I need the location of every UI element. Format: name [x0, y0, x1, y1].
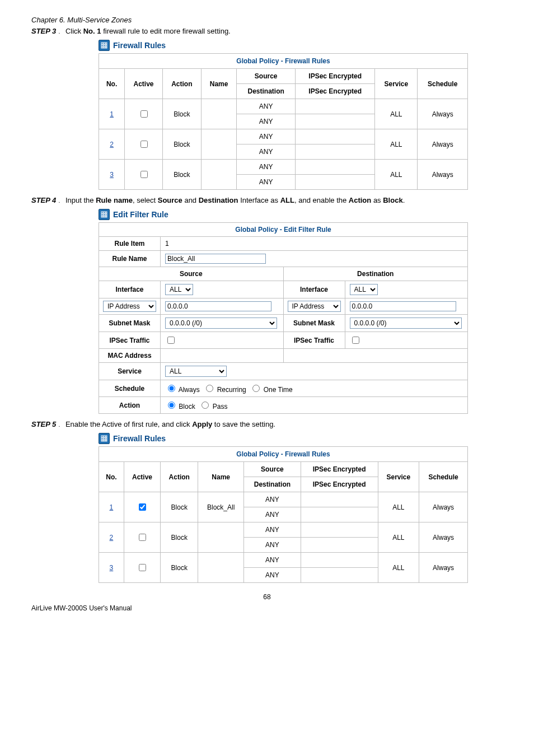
- rule-active[interactable]: [124, 492, 160, 522]
- rule-no[interactable]: 3: [99, 553, 124, 583]
- label-rule-item: Rule Item: [99, 237, 161, 251]
- svg-rect-10: [104, 212, 105, 213]
- cell-src-ip: [161, 298, 284, 315]
- col-no: No.: [99, 69, 125, 99]
- rule-source: ANY: [244, 522, 301, 538]
- rule-source: ANY: [237, 99, 296, 114]
- step3-line: STEP 3﹒ Click No. 1 firewall rule to edi…: [31, 26, 503, 36]
- rule-name: [198, 522, 244, 553]
- rule-no[interactable]: 1: [99, 492, 124, 522]
- rule-dest: ANY: [237, 144, 296, 160]
- edit-filter-rule-section: Edit Filter Rule Global Policy - Edit Fi…: [99, 209, 503, 414]
- rule-action: Block: [162, 129, 201, 160]
- step3-punct: ﹒: [56, 27, 63, 35]
- label-action: Action: [99, 397, 161, 414]
- schedule-onetime[interactable]: One Time: [250, 386, 292, 394]
- label-dst-mask: Subnet Mask: [283, 315, 345, 332]
- rule-no[interactable]: 2: [99, 129, 125, 160]
- rule-schedule: Always: [418, 160, 468, 190]
- step4-label: STEP 4: [31, 196, 56, 204]
- grid-icon: [99, 209, 110, 220]
- svg-rect-1: [104, 43, 105, 44]
- src-ipsec-checkbox[interactable]: [167, 337, 175, 344]
- rule-no[interactable]: 1: [99, 99, 125, 129]
- firewall-rules-table-1: Global Policy - Firewall Rules No. Activ…: [99, 53, 468, 190]
- col-ipsec-s: IPSec Encrypted: [301, 462, 378, 477]
- active-checkbox[interactable]: [139, 503, 146, 511]
- svg-rect-14: [106, 214, 107, 216]
- label-service: Service: [99, 363, 161, 380]
- svg-rect-23: [106, 438, 107, 440]
- rule-service: ALL: [378, 522, 419, 553]
- section-header-edit: Edit Filter Rule: [99, 209, 503, 220]
- service-select[interactable]: ALL: [165, 366, 227, 377]
- rule-name: [201, 99, 236, 129]
- active-checkbox[interactable]: [139, 534, 146, 541]
- svg-rect-12: [101, 214, 103, 216]
- rule-schedule: Always: [419, 522, 468, 553]
- cell-mac-r: [283, 349, 468, 363]
- action-pass[interactable]: Pass: [199, 403, 227, 410]
- dst-ip-input[interactable]: [350, 301, 456, 311]
- action-block[interactable]: Block: [165, 403, 195, 410]
- rule-active[interactable]: [125, 99, 163, 129]
- dst-ipsec-checkbox[interactable]: [352, 337, 359, 344]
- rule-name-input[interactable]: [165, 254, 266, 264]
- cell-action: Block Pass: [161, 397, 468, 414]
- rule-active[interactable]: [125, 160, 163, 190]
- dst-interface-select[interactable]: ALL: [350, 284, 378, 295]
- svg-rect-18: [101, 436, 103, 437]
- rule-dest: ANY: [237, 114, 296, 129]
- rule-action: Block: [161, 522, 198, 553]
- svg-rect-15: [101, 216, 103, 217]
- rule-schedule: Always: [418, 129, 468, 160]
- schedule-always[interactable]: Always: [165, 386, 200, 394]
- rule-dest: ANY: [237, 175, 296, 190]
- step3-label: STEP 3: [31, 27, 56, 35]
- cell-schedule: Always Recurring One Time: [161, 380, 468, 397]
- cell-dst-interface: ALL: [345, 281, 468, 298]
- active-checkbox[interactable]: [139, 564, 146, 571]
- col-service: Service: [378, 462, 419, 492]
- active-checkbox[interactable]: [140, 110, 148, 118]
- src-ip-type-select[interactable]: IP Address: [103, 301, 156, 312]
- value-rule-name: [161, 251, 468, 267]
- step5-pre: Enable the Active of first rule, and cli…: [65, 420, 192, 428]
- cell-src-interface: ALL: [161, 281, 284, 298]
- rule-ipsec-s: [296, 160, 375, 175]
- src-ip-input[interactable]: [165, 301, 271, 311]
- rule-ipsec-s: [301, 553, 378, 568]
- step4-line: STEP 4﹒ Input the Rule name, select Sour…: [31, 195, 503, 206]
- subhead-source: Source: [99, 267, 284, 281]
- col-name: Name: [201, 69, 236, 99]
- active-checkbox[interactable]: [140, 141, 148, 148]
- dst-mask-select[interactable]: 0.0.0.0 (/0): [350, 318, 462, 329]
- rule-action: Block: [162, 99, 201, 129]
- rule-schedule: Always: [419, 553, 468, 583]
- dst-ip-type-select[interactable]: IP Address: [288, 301, 341, 312]
- label-dst-interface: Interface: [283, 281, 345, 298]
- rule-source: ANY: [237, 129, 296, 144]
- rule-active[interactable]: [124, 522, 160, 553]
- cell-src-mask: 0.0.0.0 (/0): [161, 315, 284, 332]
- rule-service: ALL: [378, 553, 419, 583]
- src-interface-select[interactable]: ALL: [165, 284, 193, 295]
- footer: AirLive MW-2000S User's Manual: [31, 604, 503, 612]
- step5-b: Apply: [192, 420, 212, 428]
- rule-service: ALL: [375, 129, 418, 160]
- svg-rect-6: [101, 47, 103, 48]
- col-dest: Destination: [244, 477, 301, 492]
- rule-no[interactable]: 3: [99, 160, 125, 190]
- active-checkbox[interactable]: [140, 171, 148, 178]
- rule-active[interactable]: [125, 129, 163, 160]
- rule-active[interactable]: [124, 553, 160, 583]
- schedule-recurring[interactable]: Recurring: [203, 386, 246, 394]
- rule-no[interactable]: 2: [99, 522, 124, 553]
- rule-ipsec-s: [301, 522, 378, 538]
- edit-filter-rule-table: Global Policy - Edit Filter Rule Rule It…: [99, 222, 468, 414]
- svg-rect-5: [106, 45, 107, 46]
- rule-source: ANY: [237, 160, 296, 175]
- col-ipsec-d: IPSec Encrypted: [301, 477, 378, 492]
- src-mask-select[interactable]: 0.0.0.0 (/0): [165, 318, 277, 329]
- fw-caption-2: Global Policy - Firewall Rules: [99, 447, 468, 462]
